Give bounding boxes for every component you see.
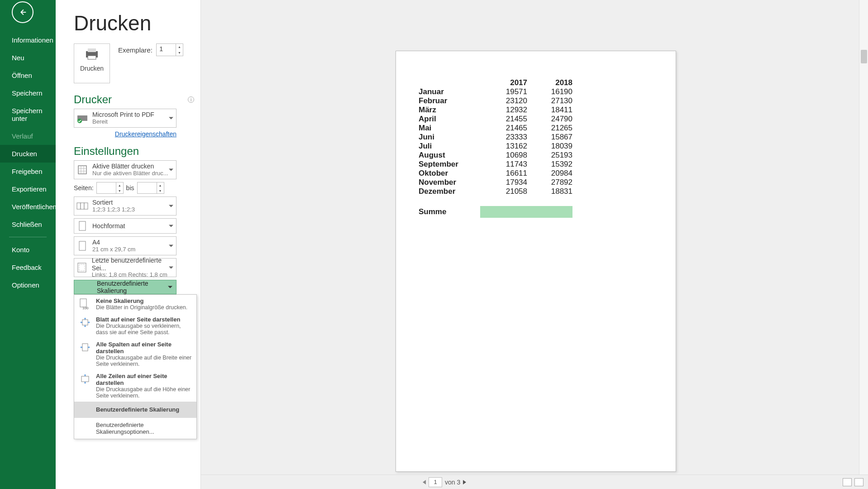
printer-dropdown[interactable]: Microsoft Print to PDF Bereit	[74, 109, 176, 128]
copies-input[interactable]: 1 ▲▼	[156, 43, 183, 56]
pages-to-label: bis	[126, 184, 134, 192]
sidebar-item-optionen[interactable]: Optionen	[0, 276, 56, 294]
month-cell: Juli	[419, 142, 482, 151]
svg-rect-17	[82, 344, 88, 351]
printer-info-icon[interactable]: i	[188, 96, 194, 103]
preview-table: 2017 2018 Januar1957116190Februar2312027…	[419, 78, 653, 218]
current-page-input[interactable]: 1	[429, 477, 442, 487]
spinner-down-icon[interactable]: ▼	[176, 50, 183, 56]
orientation-dropdown[interactable]: Hochformat	[74, 218, 176, 234]
value-cell: 15392	[527, 160, 572, 169]
print-what-dropdown[interactable]: Aktive Blätter drucken Nur die aktiven B…	[74, 160, 176, 179]
month-cell: September	[419, 160, 482, 169]
sidebar-item-speichern-unter[interactable]: Speichern unter	[0, 102, 56, 127]
next-page-button[interactable]	[463, 480, 466, 484]
value-cell: 21058	[482, 187, 527, 196]
sidebar-item-exportieren[interactable]: Exportieren	[0, 180, 56, 198]
spinner-down-icon[interactable]: ▼	[157, 188, 164, 193]
scaling-selected: Benutzerdefinierte Skalierung	[97, 280, 166, 294]
spinner-up-icon[interactable]: ▲	[116, 182, 123, 188]
portrait-icon	[76, 220, 89, 232]
page-title: Drucken	[74, 11, 191, 35]
sidebar-item-speichern[interactable]: Speichern	[0, 84, 56, 102]
sidebar-item-neu[interactable]: Neu	[0, 49, 56, 67]
scale-none-title: Keine Skalierung	[96, 297, 187, 304]
scaling-option-fit-columns[interactable]: Alle Spalten auf einer Seite darstellenD…	[74, 338, 196, 370]
sidebar-item-drucken[interactable]: Drucken	[0, 145, 56, 163]
spinner-up-icon[interactable]: ▲	[157, 182, 164, 188]
scale-fit-columns-sub: Die Druckausgabe auf die Breite einer Se…	[96, 355, 192, 367]
value-cell: 21265	[527, 124, 572, 133]
collate-sub: 1;2;3 1;2;3 1;2;3	[92, 206, 135, 213]
show-margins-button[interactable]	[843, 478, 852, 486]
pages-to-input[interactable]: ▲▼	[137, 182, 164, 194]
table-row: Dezember2105818831	[419, 187, 653, 196]
sidebar-item-feedback[interactable]: Feedback	[0, 259, 56, 276]
print-settings-panel: Drucken Drucken Exemplare: 1 ▲▼	[56, 0, 200, 489]
settings-heading: Einstellungen	[74, 145, 139, 158]
value-cell: 27130	[527, 96, 572, 105]
scrollbar-thumb[interactable]	[861, 50, 867, 63]
paper-sub: 21 cm x 29,7 cm	[92, 246, 135, 253]
print-button[interactable]: Drucken	[74, 43, 110, 83]
margins-dropdown[interactable]: Letzte benutzerdefinierte Sei... Links: …	[74, 258, 176, 277]
sheets-icon	[76, 163, 89, 176]
printer-icon	[84, 48, 100, 60]
svg-rect-2	[88, 56, 96, 59]
month-cell: Januar	[419, 87, 482, 96]
table-row: Mai2146521265	[419, 124, 653, 133]
page-count-label: von 3	[445, 479, 460, 486]
pages-label: Seiten:	[74, 184, 94, 192]
sidebar-item-veroeffentlichen[interactable]: Veröffentlichen	[0, 198, 56, 216]
paper-size-dropdown[interactable]: A4 21 cm x 29,7 cm	[74, 236, 176, 255]
month-cell: April	[419, 115, 482, 124]
month-cell: August	[419, 151, 482, 160]
svg-rect-1	[88, 48, 96, 52]
sidebar-item-schliessen[interactable]: Schließen	[0, 216, 56, 233]
spinner-up-icon[interactable]: ▲	[176, 44, 183, 50]
value-cell: 12932	[482, 105, 527, 115]
sidebar-item-oeffnen[interactable]: Öffnen	[0, 67, 56, 84]
paper-title: A4	[92, 239, 135, 246]
value-cell: 18039	[527, 142, 572, 151]
col-year-1: 2017	[482, 78, 527, 87]
value-cell: 10698	[482, 151, 527, 160]
scaling-option-none[interactable]: 100 Keine SkalierungDie Blätter in Origi…	[74, 295, 196, 313]
page-icon	[76, 240, 89, 252]
value-cell: 21465	[482, 124, 527, 133]
scaling-option-custom[interactable]: Benutzerdefinierte Skalierung	[74, 402, 196, 417]
value-cell: 21455	[482, 115, 527, 124]
chevron-down-icon	[169, 117, 173, 120]
scaling-options-link[interactable]: Benutzerdefinierte Skalierungsoptionen..…	[74, 417, 196, 439]
sidebar-item-verlauf: Verlauf	[0, 127, 56, 145]
value-cell: 13162	[482, 142, 527, 151]
pages-from-input[interactable]: ▲▼	[96, 182, 124, 194]
value-cell: 20984	[527, 169, 572, 178]
svg-rect-16	[82, 320, 88, 325]
scale-fit-rows-title: Alle Zeilen auf einer Seite darstellen	[96, 373, 192, 386]
svg-text:100: 100	[82, 306, 89, 310]
printer-properties-link[interactable]: Druckereigenschaften	[74, 130, 176, 138]
sidebar-item-freigeben[interactable]: Freigeben	[0, 163, 56, 180]
month-cell: Mai	[419, 124, 482, 133]
sum-label: Summe	[419, 207, 482, 216]
scaling-dropdown[interactable]: Benutzerdefinierte Skalierung	[74, 280, 176, 294]
back-button[interactable]	[12, 1, 33, 23]
chevron-down-icon	[169, 225, 173, 227]
prev-page-button[interactable]	[423, 480, 426, 484]
collate-dropdown[interactable]: Sortiert 1;2;3 1;2;3 1;2;3	[74, 197, 176, 216]
col-year-2: 2018	[527, 78, 572, 87]
month-cell: März	[419, 105, 482, 115]
sidebar-item-konto[interactable]: Konto	[0, 241, 56, 259]
scaling-option-fit-sheet[interactable]: Blatt auf einer Seite darstellenDie Druc…	[74, 313, 196, 338]
orientation-label: Hochformat	[92, 222, 125, 230]
collate-title: Sortiert	[92, 199, 135, 206]
table-row: Juli1316218039	[419, 142, 653, 151]
spinner-down-icon[interactable]: ▼	[116, 188, 123, 193]
value-cell: 27892	[527, 178, 572, 187]
zoom-to-page-button[interactable]	[854, 478, 863, 486]
scaling-option-fit-rows[interactable]: Alle Zeilen auf einer Seite darstellenDi…	[74, 370, 196, 402]
printer-name: Microsoft Print to PDF	[92, 111, 154, 118]
preview-scrollbar[interactable]	[859, 0, 868, 489]
sidebar-item-informationen[interactable]: Informationen	[0, 31, 56, 49]
